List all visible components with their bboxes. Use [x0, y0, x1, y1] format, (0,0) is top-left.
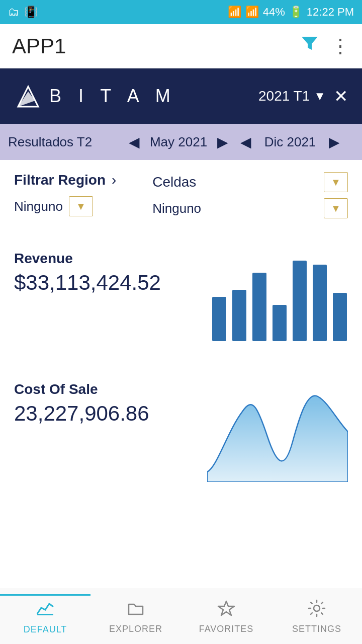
nav-default-icon [36, 600, 54, 622]
svg-marker-11 [218, 601, 234, 615]
battery-text: 44% [263, 6, 285, 19]
revenue-bar-chart [207, 251, 348, 341]
filter-icon[interactable] [301, 35, 319, 57]
nav-explorer-icon [127, 599, 145, 622]
revenue-chart [207, 251, 348, 341]
revenue-value: $33,113,424.52 [14, 271, 207, 295]
cost-info: Cost Of Sale 23,227,906.86 [14, 381, 207, 426]
svg-rect-10 [37, 614, 53, 615]
filter-celdas-label: Celdas [152, 174, 318, 190]
resultados-label: Resultados T2 [8, 134, 109, 150]
date-nav-group-2: ◀ Dic 2021 ▶ [236, 132, 344, 152]
signal-icon: 📶 [245, 6, 259, 19]
filter-region-label: Filtrar Region [14, 172, 106, 188]
svg-rect-5 [252, 273, 266, 341]
bitam-period[interactable]: 2021 T1 ▼ [258, 88, 326, 104]
bitam-logo-text: B I T A M [49, 86, 176, 107]
sim-icon: 🗂 [8, 6, 19, 19]
status-bar: 🗂 📳 📶 📶 44% 🔋 12:22 PM [0, 0, 362, 24]
cost-title: Cost Of Sale [14, 381, 207, 397]
svg-rect-7 [293, 261, 307, 341]
filter-ninguno2-label: Ninguno [152, 201, 318, 216]
date2-text: Dic 2021 [257, 134, 323, 150]
nav-settings-icon [308, 599, 326, 622]
date1-next-arrow[interactable]: ▶ [213, 132, 232, 152]
date-nav-group-1: ◀ May 2021 ▶ [125, 132, 232, 152]
celdas-dropdown-button[interactable]: ▼ [324, 172, 348, 192]
more-options-icon[interactable]: ⋮ [331, 35, 350, 57]
filter-celdas-row: Celdas ▼ [152, 172, 348, 192]
cost-chart [207, 381, 348, 482]
svg-rect-8 [313, 265, 327, 341]
bitam-header-right: 2021 T1 ▼ ✕ [258, 86, 348, 106]
nav-explorer-label: EXPLORER [109, 624, 162, 634]
svg-rect-3 [212, 297, 226, 341]
nav-favorites-label: FAVORITES [199, 624, 254, 634]
filter-ninguno-row: Ninguno ▼ [14, 196, 144, 216]
ninguno2-dropdown-button[interactable]: ▼ [324, 198, 348, 218]
ninguno2-dropdown-arrow-icon: ▼ [331, 203, 341, 214]
app-bar: APP1 ⋮ [0, 24, 362, 68]
svg-marker-0 [302, 37, 318, 50]
revenue-title: Revenue [14, 251, 207, 267]
status-left: 🗂 📳 [8, 6, 38, 19]
svg-rect-6 [273, 305, 287, 341]
nav-favorites-icon [217, 599, 235, 622]
nav-item-explorer[interactable]: EXPLORER [90, 595, 181, 638]
bitam-logo-icon [14, 83, 41, 110]
filter-region-row: Filtrar Region › [14, 172, 144, 188]
cost-value: 23,227,906.86 [14, 401, 207, 426]
wifi-icon: 📶 [228, 6, 241, 19]
filter-ninguno2-row: Ninguno ▼ [152, 198, 348, 218]
filter-group-right: Celdas ▼ Ninguno ▼ [152, 172, 348, 218]
cost-of-sale-card: Cost Of Sale 23,227,906.86 [14, 371, 348, 492]
status-right: 📶 📶 44% 🔋 12:22 PM [228, 6, 354, 19]
voicemail-icon: 📳 [24, 6, 38, 19]
bitam-header: B I T A M 2021 T1 ▼ ✕ [0, 68, 362, 124]
date-nav: ◀ May 2021 ▶ ◀ Dic 2021 ▶ [115, 132, 354, 152]
nav-item-settings[interactable]: SETTINGS [272, 595, 362, 638]
filter-ninguno-label: Ninguno [14, 199, 63, 214]
svg-rect-4 [232, 290, 246, 341]
battery-icon: 🔋 [289, 6, 303, 19]
nav-settings-label: SETTINGS [292, 624, 341, 634]
filters-section: Filtrar Region › Ninguno ▼ Celdas ▼ Ning… [0, 160, 362, 230]
date1-text: May 2021 [146, 134, 211, 150]
app-title: APP1 [12, 34, 66, 58]
nav-default-label: DEFAULT [24, 624, 67, 635]
time-text: 12:22 PM [307, 6, 354, 19]
region-dropdown-arrow-icon: ▼ [76, 201, 86, 212]
date2-prev-arrow[interactable]: ◀ [236, 132, 255, 152]
app-bar-actions: ⋮ [301, 35, 350, 57]
period-text: 2021 T1 [258, 88, 310, 104]
nav-item-favorites[interactable]: FAVORITES [181, 595, 272, 638]
filter-group-left: Filtrar Region › Ninguno ▼ [14, 172, 144, 216]
revenue-info: Revenue $33,113,424.52 [14, 251, 207, 295]
svg-rect-9 [333, 293, 347, 341]
celdas-dropdown-arrow-icon: ▼ [331, 177, 341, 188]
revenue-card: Revenue $33,113,424.52 [14, 240, 348, 351]
bitam-close-icon[interactable]: ✕ [334, 86, 348, 106]
charts-section: Revenue $33,113,424.52 Cost [0, 230, 362, 502]
date2-next-arrow[interactable]: ▶ [325, 132, 344, 152]
filter-region-arrow-icon: › [112, 172, 116, 188]
cost-area-chart [207, 381, 348, 482]
filter-bar: Resultados T2 ◀ May 2021 ▶ ◀ Dic 2021 ▶ [0, 124, 362, 160]
svg-point-12 [314, 605, 320, 611]
period-chevron-icon[interactable]: ▼ [314, 89, 326, 103]
region-dropdown-button[interactable]: ▼ [69, 196, 93, 216]
nav-item-default[interactable]: DEFAULT [0, 594, 90, 639]
bitam-logo: B I T A M [14, 83, 176, 110]
bottom-nav: DEFAULT EXPLORER FAVORITES SETTINGS [0, 589, 362, 644]
date1-prev-arrow[interactable]: ◀ [125, 132, 144, 152]
